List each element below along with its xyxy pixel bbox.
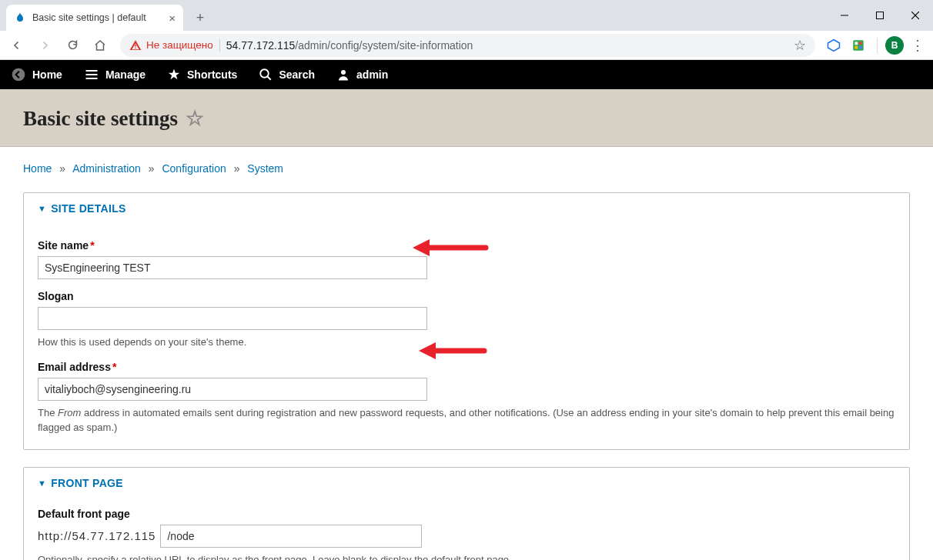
forward-button[interactable] — [32, 33, 57, 58]
content-region: ▼ SITE DETAILS Site name* Slogan How thi… — [0, 181, 933, 560]
close-window-button[interactable] — [898, 0, 933, 31]
page-viewport[interactable]: Home Manage Shortcuts Search admin — [0, 60, 933, 560]
page-header: Basic site settings ☆ — [0, 89, 933, 147]
field-front-page: Default front page http://54.77.172.115 … — [38, 508, 895, 561]
profile-avatar[interactable]: В — [885, 36, 904, 55]
triangle-down-icon: ▼ — [38, 478, 46, 488]
svg-rect-9 — [859, 42, 862, 45]
svg-line-14 — [268, 76, 272, 80]
input-front-page[interactable] — [160, 525, 422, 548]
home-button[interactable] — [88, 33, 112, 58]
breadcrumb-sep: » — [229, 162, 245, 175]
desc-email: The From address in automated emails sen… — [38, 405, 895, 435]
toolbar-search[interactable]: Search — [248, 60, 326, 89]
extension-icon-1[interactable] — [823, 35, 844, 56]
svg-rect-1 — [877, 12, 884, 19]
maximize-button[interactable] — [862, 0, 898, 31]
address-bar[interactable]: Не защищено 54.77.172.115/admin/config/s… — [120, 34, 815, 57]
label-front-page: Default front page — [38, 508, 895, 520]
new-tab-button[interactable]: + — [189, 7, 211, 28]
toolbar-search-label: Search — [279, 68, 315, 81]
browser-tab[interactable]: Basic site settings | default × — [6, 5, 183, 31]
svg-rect-4 — [135, 44, 135, 46]
svg-rect-11 — [859, 45, 862, 48]
input-site-name[interactable] — [38, 256, 427, 279]
back-button[interactable] — [5, 33, 29, 58]
breadcrumb-admin[interactable]: Administration — [72, 162, 141, 175]
shortcut-star-icon[interactable]: ☆ — [186, 106, 204, 131]
breadcrumb-system[interactable]: System — [247, 162, 283, 175]
label-email: Email address* — [38, 361, 895, 373]
desc-slogan: How this is used depends on your site's … — [38, 335, 895, 350]
tab-strip: Basic site settings | default × + — [0, 0, 933, 31]
page-title: Basic site settings ☆ — [23, 106, 910, 131]
browser-chrome: Basic site settings | default × + Не защ… — [0, 0, 933, 60]
field-email: Email address* The From address in autom… — [38, 361, 895, 435]
breadcrumb-config[interactable]: Configuration — [162, 162, 226, 175]
close-tab-icon[interactable]: × — [169, 12, 176, 25]
user-icon — [336, 68, 350, 82]
svg-rect-5 — [135, 48, 135, 48]
svg-rect-8 — [855, 42, 858, 45]
toolbar-manage[interactable]: Manage — [73, 60, 156, 89]
toolbar-manage-label: Manage — [105, 68, 145, 81]
fieldset-front-page: ▼ FRONT PAGE Default front page http://5… — [23, 467, 910, 561]
svg-point-13 — [261, 69, 269, 78]
breadcrumb-sep: » — [55, 162, 70, 175]
svg-point-12 — [12, 68, 25, 82]
svg-marker-6 — [828, 39, 840, 51]
browser-menu-button[interactable]: ⋮ — [907, 35, 928, 56]
toolbar-shortcuts[interactable]: Shortcuts — [156, 60, 248, 89]
label-slogan: Slogan — [38, 290, 895, 302]
field-site-name: Site name* — [38, 239, 895, 279]
extension-icon-2[interactable] — [848, 35, 869, 56]
minimize-button[interactable] — [827, 0, 862, 31]
triangle-down-icon: ▼ — [38, 204, 46, 213]
toolbar-user-label: admin — [356, 68, 388, 81]
security-label: Не защищено — [146, 39, 213, 51]
field-slogan: Slogan How this is used depends on your … — [38, 290, 895, 350]
summary-front-page[interactable]: ▼ FRONT PAGE — [24, 468, 909, 498]
tab-title: Basic site settings | default — [32, 12, 146, 23]
input-email[interactable] — [38, 378, 427, 401]
security-warning: Не защищено — [129, 39, 213, 52]
breadcrumb: Home » Administration » Configuration » … — [0, 147, 933, 181]
svg-rect-7 — [853, 40, 864, 51]
front-page-prefix: http://54.77.172.115 — [38, 529, 156, 542]
drupal-admin-toolbar: Home Manage Shortcuts Search admin — [0, 60, 933, 89]
toolbar-shortcuts-label: Shortcuts — [187, 68, 237, 81]
reload-button[interactable] — [60, 33, 85, 58]
summary-site-details[interactable]: ▼ SITE DETAILS — [24, 193, 909, 224]
svg-point-15 — [341, 70, 346, 75]
toolbar-home-label: Home — [32, 68, 62, 81]
breadcrumb-sep: » — [144, 162, 159, 175]
url-text: 54.77.172.115/admin/config/system/site-i… — [226, 39, 473, 52]
svg-rect-10 — [855, 45, 858, 48]
breadcrumb-home[interactable]: Home — [23, 162, 52, 175]
star-icon — [167, 68, 181, 82]
back-circle-icon — [11, 67, 26, 82]
input-slogan[interactable] — [38, 307, 427, 330]
omnibox-separator — [219, 39, 220, 52]
browser-toolbar: Не защищено 54.77.172.115/admin/config/s… — [0, 31, 933, 60]
hamburger-icon — [84, 67, 99, 82]
fieldset-site-details: ▼ SITE DETAILS Site name* Slogan How thi… — [23, 192, 910, 450]
bookmark-star-icon[interactable]: ☆ — [794, 37, 806, 54]
toolbar-separator — [877, 38, 878, 53]
toolbar-user[interactable]: admin — [326, 60, 399, 89]
warning-icon — [129, 39, 142, 52]
desc-front-page: Optionally, specify a relative URL to di… — [38, 552, 895, 561]
drupal-favicon — [14, 12, 26, 24]
toolbar-back[interactable]: Home — [0, 60, 73, 89]
label-site-name: Site name* — [38, 239, 895, 252]
window-controls — [827, 0, 933, 31]
search-icon — [259, 68, 273, 82]
